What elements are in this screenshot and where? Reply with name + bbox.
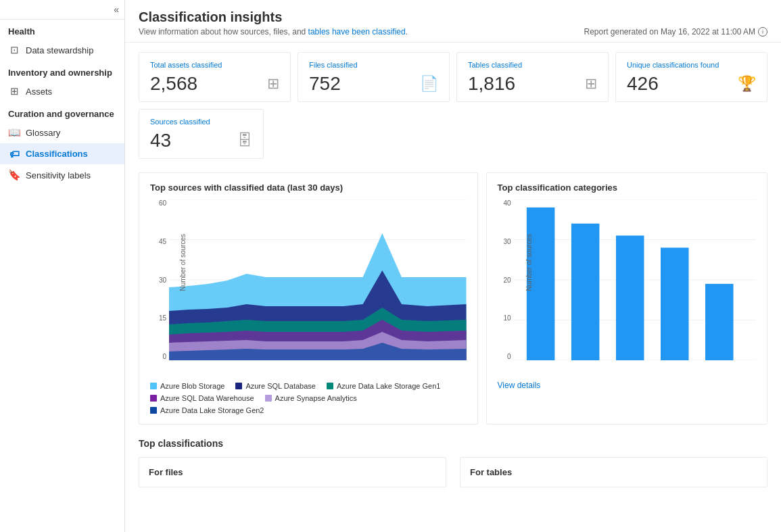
sidebar-item-label: Assets [26,87,52,97]
stat-icon: ⊞ [585,75,597,93]
legend-label: Azure Synapse Analytics [275,394,357,402]
svg-rect-35 [705,284,734,360]
legend-item-sql-db: Azure SQL Database [235,382,316,390]
legend-item-synapse: Azure Synapse Analytics [265,394,357,402]
stat-card-sources: Sources classified 43 🗄 [139,109,264,159]
bar-y-axis: 0 10 20 30 40 [498,199,514,375]
stat-label: Files classified [309,61,438,69]
health-header: Health [0,20,124,39]
for-files-title: For files [149,467,436,477]
view-details-link[interactable]: View details [498,381,541,390]
stat-value: 1,816 [468,73,515,95]
stat-value: 43 [150,130,171,151]
sensitivity-labels-icon: 🔖 [8,169,20,181]
sidebar-item-label: Classifications [26,149,88,159]
bottom-cols: For files For tables [139,457,767,487]
stat-value: 426 [627,73,659,95]
legend-label: Azure Blob Storage [160,382,224,390]
sidebar-item-glossary[interactable]: 📖 Glossary [0,122,124,143]
legend-color [327,383,333,389]
for-tables-title: For tables [470,467,757,477]
charts-row: Top sources with classified data (last 3… [125,166,781,431]
bar-y-label: Number of sources [525,234,532,291]
assets-icon: ⊞ [8,85,20,97]
sidebar-item-sensitivity-labels[interactable]: 🔖 Sensitivity labels [0,164,124,186]
stat-card-unique: Unique classifications found 426 🏆 [615,52,767,102]
chart-legend: Azure Blob Storage Azure SQL Database Az… [150,382,467,414]
stat-label: Total assets classified [150,61,279,69]
tables-link[interactable]: tables have been classified [308,27,406,37]
stat-label: Sources classified [150,118,252,126]
legend-label: Azure SQL Data Warehouse [160,394,254,402]
inventory-section-header: Inventory and ownership [0,61,124,80]
legend-label: Azure Data Lake Storage Gen2 [160,406,264,414]
y-axis: 0 15 30 45 60 [150,199,169,375]
sidebar-item-assets[interactable]: ⊞ Assets [0,80,124,102]
bottom-section: Top classifications For files For tables [125,431,781,494]
y-axis-label: Number of sources [179,234,187,291]
bar-chart-title: Top classification categories [498,183,757,193]
classifications-icon: 🏷 [8,148,20,160]
stat-value: 2,568 [150,73,197,95]
legend-color [150,395,157,402]
svg-rect-32 [571,224,599,360]
legend-item-sql-dw: Azure SQL Data Warehouse [150,394,254,402]
stat-label: Tables classified [468,61,597,69]
bar-chart-card: Top classification categories 0 10 20 30… [486,172,768,425]
stat-card-files: Files classified 752 📄 [298,52,450,102]
collapse-icon: « [114,4,119,15]
sidebar: « Health ⊡ Data stewardship Inventory an… [0,0,125,532]
stat-card-total-assets: Total assets classified 2,568 ⊞ [139,52,291,102]
top-classifications-title: Top classifications [139,438,767,449]
for-tables-col: For tables [460,457,767,487]
stat-value: 752 [309,73,341,95]
report-info: Report generated on May 16, 2022 at 11:0… [584,27,767,37]
legend-color [150,407,157,414]
stat-icon: ⊞ [267,75,279,93]
legend-color [150,383,157,389]
stats-row: Total assets classified 2,568 ⊞ Files cl… [125,43,781,109]
sidebar-item-classifications[interactable]: 🏷 Classifications [0,143,124,164]
page-header: Classification insights View information… [125,0,781,43]
for-files-col: For files [139,457,446,487]
area-chart-svg: 4/28 4/29 5/2 5/3 5/4 5/5 5/6 5/6 5/9 5/… [169,199,467,360]
legend-item-adls-gen1: Azure Data Lake Storage Gen1 [327,382,440,390]
stat-icon: 🏆 [738,75,756,93]
stat-icon: 🗄 [237,132,252,149]
page-description: View information about how sources, file… [139,27,408,37]
legend-item-adls-gen2: Azure Data Lake Storage Gen2 [150,406,264,414]
legend-label: Azure Data Lake Storage Gen1 [337,382,440,390]
data-stewardship-icon: ⊡ [8,44,20,56]
glossary-icon: 📖 [8,126,20,139]
area-chart-title: Top sources with classified data (last 3… [150,183,467,193]
legend-item-blob: Azure Blob Storage [150,382,224,390]
legend-color [265,395,272,402]
svg-rect-33 [615,236,644,361]
svg-rect-34 [660,247,688,360]
bar-chart-svg: Financial Personal Government Miscellane… [514,199,757,360]
page-title: Classification insights [139,9,767,25]
collapse-button[interactable]: « [0,0,124,20]
legend-label: Azure SQL Database [245,382,316,390]
stat-card-tables: Tables classified 1,816 ⊞ [456,52,609,102]
info-icon: i [758,27,767,37]
sidebar-item-data-stewardship[interactable]: ⊡ Data stewardship [0,39,124,61]
sidebar-item-label: Sensitivity labels [26,170,91,180]
curation-section-header: Curation and governance [0,102,124,122]
sidebar-item-label: Data stewardship [26,45,93,55]
legend-color [235,383,242,389]
stat-label: Unique classifications found [627,61,756,69]
stat-icon: 📄 [420,75,438,93]
area-chart-card: Top sources with classified data (last 3… [139,172,478,425]
sidebar-item-label: Glossary [26,128,60,138]
main-content: Classification insights View information… [125,0,781,532]
